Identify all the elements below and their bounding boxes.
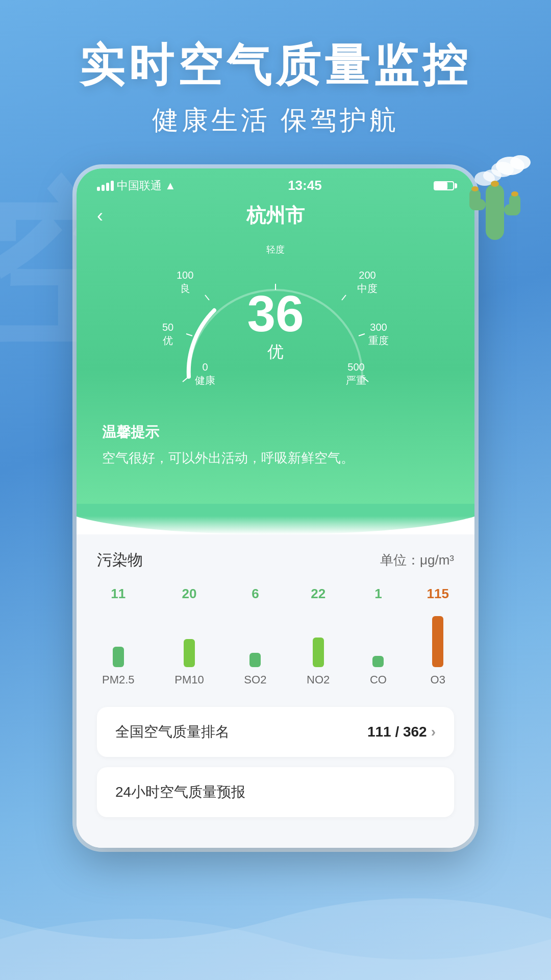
ranking-card[interactable]: 全国空气质量排名 111 / 362 ›	[97, 707, 454, 757]
svg-rect-9	[509, 194, 520, 215]
pollutant-bar	[249, 653, 261, 667]
svg-line-16	[342, 295, 346, 300]
ranking-card-value: 111 / 362 ›	[367, 724, 436, 740]
aqi-quality: 优	[247, 341, 304, 363]
pollutant-name-pm10: PM10	[174, 673, 204, 687]
wave-divider	[77, 504, 474, 534]
aqi-value: 36	[247, 288, 304, 339]
svg-point-12	[511, 191, 518, 197]
pollutant-bar-container	[432, 606, 443, 667]
svg-line-17	[359, 334, 365, 336]
pollutant-value-pm10: 20	[182, 586, 197, 602]
svg-line-14	[186, 334, 192, 336]
pollutant-bar	[432, 616, 443, 667]
svg-rect-5	[486, 184, 504, 240]
svg-line-18	[362, 377, 368, 382]
status-time: 13:45	[288, 178, 322, 193]
pollutants-title: 污染物	[97, 550, 143, 571]
pollutants-header: 污染物 单位：μg/m³	[97, 550, 454, 571]
pollutant-item-co: 1 CO	[370, 586, 387, 687]
svg-rect-7	[469, 189, 481, 209]
gauge-section: 轻度 0 健康 50 优 100 良 200	[77, 239, 474, 412]
pollutant-item-no2: 22 NO2	[307, 586, 330, 687]
battery-icon	[434, 181, 454, 190]
svg-point-10	[491, 181, 499, 187]
hero-section: 实时空气质量监控 健康生活 保驾护航	[0, 0, 551, 138]
carrier-label: 中国联通	[117, 178, 162, 193]
signal-bars	[97, 181, 114, 191]
tip-section: 温馨提示 空气很好，可以外出活动，呼吸新鲜空气。	[77, 412, 474, 483]
svg-line-13	[183, 377, 189, 382]
pollutant-bar	[372, 656, 384, 667]
forecast-card-title: 24小时空气质量预报	[115, 782, 245, 802]
pollutant-bar-container	[372, 606, 384, 667]
pollutant-value-no2: 22	[311, 586, 325, 602]
pollutant-bar-container	[184, 606, 195, 667]
pollutant-value-pm2.5: 11	[111, 586, 126, 602]
pollutant-bar-container	[313, 606, 324, 667]
city-name: 杭州市	[246, 203, 305, 229]
pollutant-bar-container	[113, 606, 124, 667]
tip-content: 空气很好，可以外出活动，呼吸新鲜空气。	[102, 448, 449, 468]
gauge-center: 36 优	[247, 288, 304, 363]
pollutant-bar-container	[249, 606, 261, 667]
phone-mockup: 中国联通 ▲ 13:45 ‹ 杭州市	[77, 168, 474, 848]
pollutant-name-pm2.5: PM2.5	[102, 673, 135, 687]
pollutant-name-o3: O3	[431, 673, 445, 687]
hero-title: 实时空气质量监控	[0, 41, 551, 90]
phone-white-section: 污染物 单位：μg/m³ 11 PM2.5 20 PM10 6 SO2 22 N…	[77, 534, 474, 848]
pollutant-item-o3: 115 O3	[427, 586, 449, 687]
cactus-decoration	[454, 143, 536, 245]
status-bar: 中国联通 ▲ 13:45	[77, 168, 474, 198]
ranking-chevron: ›	[431, 724, 436, 740]
bottom-wave	[0, 878, 551, 980]
status-left: 中国联通 ▲	[97, 178, 176, 193]
svg-line-15	[205, 295, 209, 300]
tip-title: 温馨提示	[102, 423, 449, 442]
svg-point-4	[483, 169, 502, 182]
back-button[interactable]: ‹	[97, 205, 103, 227]
pollutant-bar	[113, 647, 124, 667]
pollutant-item-pm2.5: 11 PM2.5	[102, 586, 135, 687]
pollutant-bar	[184, 639, 195, 667]
ranking-card-title: 全国空气质量排名	[115, 722, 230, 742]
nav-bar: ‹ 杭州市	[77, 198, 474, 239]
wifi-icon: ▲	[165, 179, 176, 192]
pollutant-name-no2: NO2	[307, 673, 330, 687]
hero-subtitle: 健康生活 保驾护航	[0, 103, 551, 138]
pollutant-bar	[313, 638, 324, 667]
svg-point-11	[471, 186, 479, 191]
pollutants-grid: 11 PM2.5 20 PM10 6 SO2 22 NO2 1 CO 115	[97, 586, 454, 687]
pollutant-value-so2: 6	[252, 586, 259, 602]
phone-green-section: 中国联通 ▲ 13:45 ‹ 杭州市	[77, 168, 474, 504]
pollutant-name-co: CO	[370, 673, 387, 687]
pollutant-value-o3: 115	[427, 586, 449, 602]
pollutant-item-pm10: 20 PM10	[174, 586, 204, 687]
pollutant-value-co: 1	[374, 586, 382, 602]
forecast-card[interactable]: 24小时空气质量预报	[97, 767, 454, 817]
gauge-container: 轻度 0 健康 50 优 100 良 200	[158, 239, 393, 402]
pollutants-unit: 单位：μg/m³	[380, 551, 454, 569]
pollutant-item-so2: 6 SO2	[244, 586, 266, 687]
pollutant-name-so2: SO2	[244, 673, 266, 687]
